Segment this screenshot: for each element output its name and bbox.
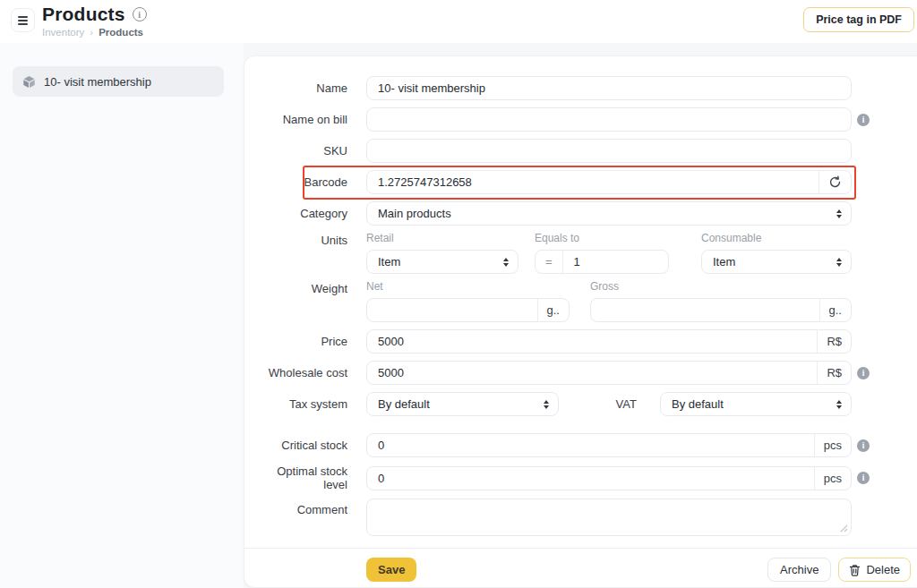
category-row: Category Main products [259,201,852,226]
wholesale-cost-currency: R$ [817,362,851,384]
vat-select[interactable]: By default [660,392,852,416]
archive-button[interactable]: Archive [767,558,831,582]
price-label: Price [259,335,347,348]
price-row: Price R$ [259,329,852,354]
title-info-icon[interactable]: i [133,7,147,21]
barcode-input[interactable] [367,171,818,193]
name-on-bill-info-icon[interactable]: i [857,114,870,126]
footer-divider [244,548,917,549]
net-sublabel: Net [366,281,570,292]
gross-weight-input[interactable] [591,299,819,321]
delete-button-label: Delete [866,563,900,576]
equals-to-sublabel: Equals to [535,233,669,243]
product-form-card: Name Name on bill i SKU Barcode [244,55,917,588]
select-arrows-icon [503,258,509,267]
comment-textarea[interactable] [366,499,852,536]
net-weight-unit: g.. [537,299,569,321]
barcode-regenerate-button[interactable] [818,171,851,193]
wholesale-cost-input[interactable] [367,362,817,384]
page-title: Products [42,4,125,25]
delete-button[interactable]: Delete [838,558,911,582]
product-item-label: 10- visit membership [44,75,151,89]
name-row: Name [259,76,852,100]
product-list-sidebar: 10- visit membership [0,43,244,588]
select-arrows-icon [544,400,549,409]
tax-system-label: Tax system [259,397,347,411]
breadcrumb-separator-icon: › [90,27,93,38]
breadcrumb: Inventory › Products [42,27,143,38]
wholesale-cost-row: Wholesale cost R$ i [259,361,852,385]
name-on-bill-label: Name on bill [259,113,347,126]
critical-stock-info-icon[interactable]: i [857,439,870,452]
gross-weight-unit: g.. [819,299,851,321]
price-tag-pdf-button[interactable]: Price tag in PDF [803,7,914,32]
weight-row: Weight Net g.. Gross g.. [259,281,852,322]
comment-label: Comment [259,499,347,516]
retail-unit-value: Item [378,255,400,268]
critical-stock-label: Critical stock [259,439,347,452]
weight-label: Weight [259,281,347,295]
comment-row: Comment [259,499,852,536]
wholesale-cost-info-icon[interactable]: i [857,367,870,379]
barcode-row: Barcode [259,170,852,194]
form-footer: Save Archive Delete [259,558,911,582]
wholesale-cost-label: Wholesale cost [259,366,347,379]
product-list-item[interactable]: 10- visit membership [13,66,224,97]
select-arrows-icon [836,400,842,409]
category-select[interactable]: Main products [366,201,852,226]
save-button[interactable]: Save [366,558,416,582]
consumable-sublabel: Consumable [701,233,852,243]
select-arrows-icon [836,258,842,267]
gross-sublabel: Gross [590,281,852,292]
name-input[interactable] [367,77,851,99]
trash-icon [849,564,861,576]
name-on-bill-input[interactable] [367,108,851,131]
name-label: Name [259,81,347,95]
optimal-stock-input[interactable] [367,467,814,490]
hamburger-menu-button[interactable] [11,8,35,32]
category-value: Main products [378,207,451,220]
equals-to-input[interactable] [563,251,668,273]
optimal-stock-label: Optimal stock level [259,464,347,491]
tax-row: Tax system By default VAT By default [259,392,852,416]
consumable-unit-value: Item [713,255,735,268]
category-label: Category [259,207,347,220]
optimal-stock-row: Optimal stock level pcs i [259,464,852,491]
critical-stock-input[interactable] [367,434,814,456]
retail-sublabel: Retail [366,233,518,243]
critical-stock-row: Critical stock pcs i [259,433,852,457]
optimal-stock-info-icon[interactable]: i [857,472,870,484]
refresh-icon [828,175,842,189]
tax-system-value: By default [378,397,430,411]
optimal-stock-unit: pcs [814,467,851,490]
tax-system-select[interactable]: By default [366,392,559,416]
sku-row: SKU [259,139,852,163]
retail-unit-select[interactable]: Item [366,250,518,274]
units-label: Units [259,233,347,247]
package-icon [22,75,36,89]
barcode-label: Barcode [259,175,347,189]
consumable-unit-select[interactable]: Item [701,250,852,274]
breadcrumb-products[interactable]: Products [99,27,143,38]
equals-sign: = [536,251,563,273]
name-on-bill-row: Name on bill i [259,107,852,132]
vat-label: VAT [598,397,637,411]
net-weight-input[interactable] [367,299,537,321]
select-arrows-icon [836,209,842,218]
vat-value: By default [672,397,724,411]
breadcrumb-inventory[interactable]: Inventory [42,27,84,38]
header: Products i Inventory › Products Price ta… [0,0,917,43]
sku-input[interactable] [367,140,851,162]
price-input[interactable] [367,330,817,353]
sku-label: SKU [259,144,347,158]
units-row: Units Retail Item Equals to = Consumable [259,233,852,274]
critical-stock-unit: pcs [814,434,851,456]
price-currency: R$ [817,330,851,353]
